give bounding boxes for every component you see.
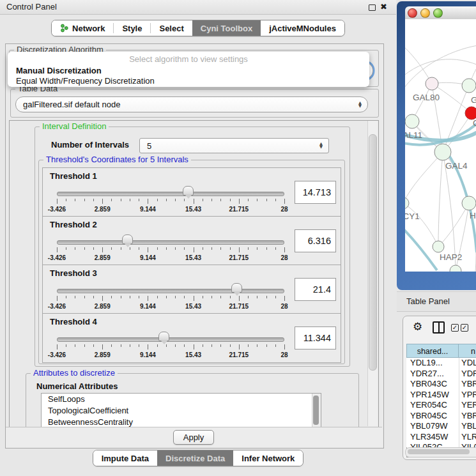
settings-gear-icon[interactable]: ⚙ bbox=[413, 320, 422, 333]
network-node[interactable] bbox=[433, 241, 444, 252]
list-item[interactable]: TopologicalCoefficient bbox=[42, 405, 321, 417]
network-node-label: GCY1 bbox=[405, 211, 420, 221]
threshold-2-value-field[interactable]: 6.316 bbox=[295, 229, 336, 252]
slider-ticks bbox=[57, 247, 284, 253]
slider-tick-labels: -3.4262.8599.14415.4321.71528 bbox=[57, 254, 284, 263]
numerical-attributes-label: Numerical Attributes bbox=[36, 381, 118, 391]
checkbox-icon[interactable]: ✓ bbox=[451, 324, 459, 332]
table-row[interactable]: YBR045CYBR0 bbox=[406, 411, 476, 422]
algorithm-dropdown-popup: Select algorithm to view settings Manual… bbox=[8, 52, 369, 87]
top-tab-strip: Network Style Select Cyni Toolbox jActiv… bbox=[0, 20, 396, 36]
network-node-label: HAP2 bbox=[440, 252, 462, 262]
close-icon[interactable]: ✖ bbox=[380, 2, 387, 12]
network-node-label: GAL4 bbox=[445, 161, 468, 171]
slider-handle[interactable] bbox=[122, 234, 133, 244]
tab-discretize-data[interactable]: Discretize Data bbox=[157, 450, 233, 466]
network-edge[interactable] bbox=[438, 203, 469, 247]
threshold-1-slider[interactable]: -3.4262.8599.14415.4321.71528 bbox=[57, 182, 284, 214]
table-row[interactable]: YBR043CYBR0 bbox=[406, 379, 476, 390]
tab-select[interactable]: Select bbox=[151, 20, 192, 36]
tab-network[interactable]: Network bbox=[52, 20, 113, 36]
table-row[interactable]: YDL19...YDL1 bbox=[406, 358, 476, 369]
table-row[interactable]: YPR145WYPR1 bbox=[406, 390, 476, 401]
network-edge[interactable] bbox=[405, 59, 476, 80]
attributes-scrollbar-thumb[interactable] bbox=[313, 395, 319, 425]
network-edge[interactable] bbox=[438, 152, 443, 247]
slider-tick-labels: -3.4262.8599.14415.4321.71528 bbox=[57, 351, 284, 360]
tab-style[interactable]: Style bbox=[114, 20, 150, 36]
threshold-3-label: Threshold 3 bbox=[50, 268, 97, 278]
tab-impute-data[interactable]: Impute Data bbox=[93, 450, 157, 466]
network-node[interactable] bbox=[405, 114, 419, 128]
close-traffic-light-icon[interactable] bbox=[408, 8, 417, 18]
table-body: YDL19...YDL1YDR27...YDR2YBR043CYBR0YPR14… bbox=[406, 358, 476, 447]
column-separator bbox=[459, 358, 459, 447]
threshold-4-slider[interactable]: -3.4262.8599.14415.4321.71528 bbox=[57, 328, 284, 360]
column-header-shared-name[interactable]: shared... bbox=[406, 344, 459, 358]
threshold-4-value-field[interactable]: 11.344 bbox=[295, 326, 336, 349]
table-panel-title: Table Panel bbox=[406, 292, 450, 311]
slider-tick-labels: -3.4262.8599.14415.4321.71528 bbox=[57, 206, 284, 214]
dropdown-option-manual-discretization[interactable]: Manual Discretization bbox=[8, 65, 369, 76]
table-row[interactable]: YDR27...YDR2 bbox=[406, 369, 476, 380]
tab-infer-network[interactable]: Infer Network bbox=[233, 450, 303, 466]
attributes-legend: Attributes to discretize bbox=[31, 368, 118, 378]
zoom-traffic-light-icon[interactable] bbox=[433, 8, 443, 18]
slider-ticks bbox=[57, 296, 284, 302]
tab-jactivemnodules[interactable]: jActiveMNodules bbox=[261, 20, 344, 36]
network-node[interactable] bbox=[450, 265, 461, 272]
threshold-2-panel: Threshold 2 -3.4262.8599.14415.4321.7152… bbox=[42, 216, 341, 266]
slider-ticks bbox=[57, 199, 284, 204]
threshold-3-value-field[interactable]: 21.4 bbox=[295, 278, 336, 301]
slider-track[interactable] bbox=[57, 192, 284, 196]
threshold-3-slider[interactable]: -3.4262.8599.14415.4321.71528 bbox=[57, 279, 284, 311]
number-of-intervals-combobox[interactable]: 5 ▲▼ bbox=[139, 138, 329, 153]
list-item[interactable]: SelfLoops bbox=[42, 394, 321, 405]
tab-cyni-toolbox[interactable]: Cyni Toolbox bbox=[192, 20, 261, 36]
table-panel-header: Table Panel bbox=[397, 291, 476, 312]
network-node[interactable] bbox=[462, 196, 476, 210]
slider-handle[interactable] bbox=[183, 186, 194, 196]
dropdown-option-equal-width-frequency[interactable]: Equal Width/Frequency Discretization bbox=[8, 75, 369, 86]
table-row[interactable]: YLR345WYLR3 bbox=[406, 432, 476, 443]
network-edge[interactable] bbox=[405, 203, 438, 247]
network-node[interactable] bbox=[465, 107, 476, 119]
apply-button[interactable]: Apply bbox=[173, 430, 214, 445]
slider-track[interactable] bbox=[57, 337, 284, 342]
table-data-combobox[interactable]: galFiltered.sif default node ▲▼ bbox=[15, 96, 368, 112]
checkbox-icon[interactable]: ✓ bbox=[461, 324, 468, 332]
table-row[interactable]: YER054CYER0 bbox=[406, 400, 476, 411]
table-hscrollbar-thumb[interactable] bbox=[408, 449, 470, 454]
panel-title: Control Panel bbox=[6, 2, 57, 12]
column-header-name[interactable]: n bbox=[459, 344, 476, 358]
network-node[interactable] bbox=[462, 79, 476, 93]
network-node[interactable] bbox=[434, 144, 451, 160]
number-of-intervals-label: Number of Intervals bbox=[51, 140, 129, 150]
slider-track[interactable] bbox=[57, 240, 284, 245]
thresholds-legend: Threshold's Coordinates for 5 Intervals bbox=[43, 155, 191, 164]
slider-handle[interactable] bbox=[158, 332, 169, 341]
combo-arrows-icon: ▲▼ bbox=[358, 102, 367, 108]
control-panel-titlebar: Control Panel ✖ bbox=[0, 0, 396, 15]
network-edge-highlighted[interactable] bbox=[405, 224, 437, 270]
slider-handle[interactable] bbox=[231, 283, 242, 293]
threshold-2-slider[interactable]: -3.4262.8599.14415.4321.71528 bbox=[57, 231, 284, 263]
minimize-traffic-light-icon[interactable] bbox=[420, 8, 430, 18]
table-row[interactable]: YBL079WYBL0 bbox=[406, 421, 476, 432]
threshold-1-value-field[interactable]: 14.713 bbox=[295, 181, 336, 204]
threshold-4-label: Threshold 4 bbox=[50, 317, 97, 326]
dropdown-hint: Select algorithm to view settings bbox=[8, 54, 369, 64]
float-window-icon[interactable] bbox=[369, 4, 376, 11]
network-edge[interactable] bbox=[405, 152, 443, 203]
network-node-label: GAL11 bbox=[405, 130, 422, 140]
table-header-row: shared... n bbox=[406, 344, 476, 358]
network-canvas[interactable]: GAL80GACGAL11GAL4GCY1HHAP2 bbox=[405, 19, 476, 272]
split-columns-icon[interactable] bbox=[433, 321, 445, 334]
network-node[interactable] bbox=[426, 77, 438, 90]
settings-scrollbar-thumb[interactable] bbox=[369, 134, 377, 371]
threshold-3-panel: Threshold 3 -3.4262.8599.14415.4321.7152… bbox=[42, 265, 341, 314]
network-window-titlebar bbox=[405, 6, 476, 20]
slider-track[interactable] bbox=[57, 289, 284, 293]
network-node[interactable] bbox=[405, 197, 409, 209]
table-row[interactable]: YIL052CYIL0 bbox=[406, 442, 476, 447]
